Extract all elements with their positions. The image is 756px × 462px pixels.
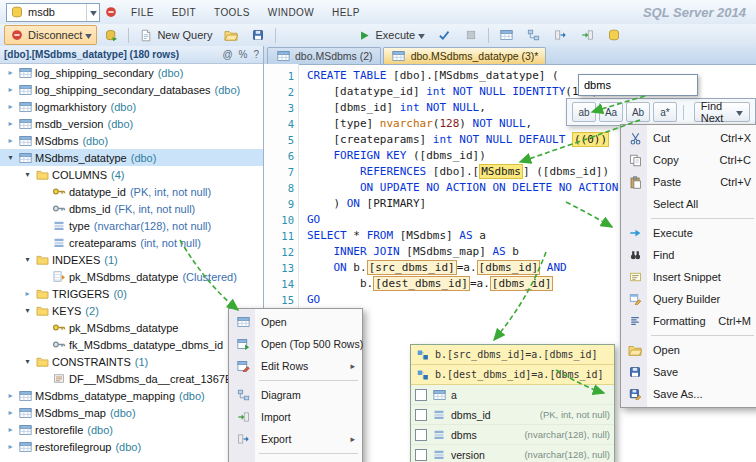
search-input[interactable] [579, 75, 697, 95]
open-file-button[interactable] [218, 25, 244, 45]
expand-icon[interactable]: ▸ [21, 289, 34, 298]
tree-item-constraints[interactable]: ▾CONSTRAINTS(1) [0, 353, 263, 370]
find-option-aa-button[interactable]: Aa [599, 102, 623, 122]
expand-icon[interactable]: ▸ [4, 425, 17, 434]
editor-menu-item-execute[interactable]: Execute [622, 222, 756, 244]
tree-item-keys[interactable]: ▾KEYS(2) [0, 302, 263, 319]
collapse-icon[interactable]: ▾ [21, 255, 34, 264]
editor-menu-item-cut[interactable]: CutCtrl+X [622, 127, 756, 149]
expand-icon[interactable]: ▸ [4, 85, 17, 94]
tree-item-type[interactable]: type(nvarchar(128), not null) [0, 217, 263, 234]
completion-item-a[interactable]: a [411, 385, 614, 405]
tree-item-df-msdbms-da-creat-1367e606[interactable]: DF__MSdbms_da__creat_1367E606 [0, 370, 263, 387]
completion-item-dbms-id[interactable]: dbms_id(PK, int, not null) [411, 405, 614, 425]
code-line[interactable]: CREATE TABLE [dbo].[MSdbms_datatype] ( [307, 68, 618, 84]
editor-menu-item-open[interactable]: Open [622, 339, 756, 361]
save-file-button[interactable] [245, 25, 271, 45]
code-line[interactable]: SELECT * FROM [MSdbms] AS a [307, 228, 618, 244]
code-line[interactable]: GO [307, 292, 618, 308]
menu-edit[interactable]: EDIT [163, 5, 205, 20]
find-next-caret-icon[interactable] [736, 106, 743, 118]
connection-state-button[interactable] [102, 3, 120, 21]
code-line[interactable]: GO [307, 212, 618, 228]
dropdown-caret-icon[interactable] [86, 4, 97, 21]
completion-expression[interactable]: b.[src_dbms_id]=a.[dbms_id] [411, 345, 614, 365]
expand-icon[interactable]: ▸ [4, 68, 17, 77]
code-line[interactable]: ON b.[src_dbms_id]=a.[dbms_id] AND [307, 260, 618, 276]
editor-menu-item-save-as[interactable]: Save As... [622, 383, 756, 405]
code-line[interactable]: b.[dest_dbms_id]=a.[dbms_id] [307, 276, 618, 292]
execute-caret-icon[interactable] [418, 29, 425, 41]
import-button[interactable] [574, 25, 600, 45]
completion-expression[interactable]: b.[dest_dbms_id]=a.[dbms_id] [411, 365, 614, 385]
table-menu-item-export[interactable]: Export▸ [230, 428, 361, 450]
collapse-icon[interactable]: ▾ [21, 170, 34, 179]
tab-dbo-msdbms-datatype-3[interactable]: dbo.MSdbms_datatype (3)* [383, 47, 547, 64]
tree-item-msdbms-datatype-mapping[interactable]: ▸MSdbms_datatype_mapping(dbo) [0, 387, 263, 404]
completion-checkbox[interactable] [415, 409, 427, 421]
editor-menu-item-insert-snippet[interactable]: Insert Snippet [622, 266, 756, 288]
tree-item-logmarkhistory[interactable]: ▸logmarkhistory(dbo) [0, 98, 263, 115]
tree-item-msdbms-datatype[interactable]: ▾MSdbms_datatype(dbo) [0, 149, 263, 166]
tree-item-indexes[interactable]: ▾INDEXES(1) [0, 251, 263, 268]
tree-item-triggers[interactable]: ▸TRIGGERS(0) [0, 285, 263, 302]
tree-item-pk-msdbms-datatype[interactable]: pk_MSdbms_datatype [0, 319, 263, 336]
find-option-ab-button[interactable]: ab [572, 102, 596, 122]
table-menu-item-diagram[interactable]: Diagram [230, 384, 361, 406]
expand-icon[interactable]: ▸ [4, 408, 17, 417]
tree-item-fk-msdbms-datatype-dbms-id[interactable]: fk_MSdbms_datatype_dbms_id [0, 336, 263, 353]
code-line[interactable]: FOREIGN KEY ([dbms_id]) [307, 148, 618, 164]
tree-item-createparams[interactable]: createparams(int, not null) [0, 234, 263, 251]
completion-checkbox[interactable] [415, 449, 427, 461]
database-selector[interactable]: msdb [6, 3, 100, 22]
explorer-tool-0-button[interactable]: @ [222, 49, 232, 60]
tree-item-datatype-id[interactable]: datatype_id(PK, int, not null) [0, 183, 263, 200]
menu-help[interactable]: HELP [323, 5, 369, 20]
find-option-a-button[interactable]: a* [653, 102, 677, 122]
refresh-database-button[interactable] [98, 25, 124, 45]
code-line[interactable]: [createparams] int NOT NULL DEFAULT ((0)… [307, 132, 618, 148]
editor-menu-item-save[interactable]: Save [622, 361, 756, 383]
menu-window[interactable]: WINDOW [259, 5, 323, 20]
expand-icon[interactable]: ▸ [4, 102, 17, 111]
tree-item-columns[interactable]: ▾COLUMNS(4) [0, 166, 263, 183]
tree-item-restorefilegroup[interactable]: ▸restorefilegroup(dbo) [0, 438, 263, 455]
collapse-icon[interactable]: ▾ [21, 306, 34, 315]
new-query-button[interactable]: New Query [133, 25, 217, 45]
table-menu-item-import[interactable]: Import [230, 406, 361, 428]
code-line[interactable]: ON UPDATE NO ACTION ON DELETE NO ACTION [307, 180, 618, 196]
parse-button[interactable] [431, 25, 457, 45]
code-line[interactable]: REFERENCES [dbo].[MSdbms] ([dbms_id]) [307, 164, 618, 180]
completion-item-version[interactable]: version(nvarchar(128), null) [411, 445, 614, 462]
tree-item-log-shipping-secondary[interactable]: ▸log_shipping_secondary(dbo) [0, 64, 263, 81]
tab-dbo-msdbms-2[interactable]: dbo.MSdbms (2) [267, 47, 381, 64]
execute-button[interactable]: Execute [351, 25, 430, 45]
database-tools-button[interactable] [601, 25, 627, 45]
completion-checkbox[interactable] [415, 429, 427, 441]
tree-item-dbms-id[interactable]: dbms_id(FK, int, not null) [0, 200, 263, 217]
completion-checkbox[interactable] [415, 389, 427, 401]
export-button[interactable] [547, 25, 573, 45]
disconnect-button[interactable]: Disconnect [4, 25, 97, 45]
tree-item-pk-msdbms-datatype[interactable]: pk_MSdbms_datatype(Clustered) [0, 268, 263, 285]
find-next-button[interactable]: Find Next [694, 102, 750, 122]
explorer-tool-1-button[interactable]: % [239, 49, 248, 60]
expand-icon[interactable]: ▸ [4, 442, 17, 451]
editor-menu-item-find[interactable]: Find [622, 244, 756, 266]
editor-menu-item-paste[interactable]: PasteCtrl+V [622, 171, 756, 193]
completion-item-dbms[interactable]: dbms(nvarchar(128), null) [411, 425, 614, 445]
table-menu-item-open[interactable]: Open [230, 311, 361, 333]
tree-item-msdb-version[interactable]: ▸msdb_version(dbo) [0, 115, 263, 132]
table-menu-item-open-top-500-rows[interactable]: Open (Top 500 Rows) [230, 333, 361, 355]
tree-item-msdbms-map[interactable]: ▸MSdbms_map(dbo) [0, 404, 263, 421]
diagram-button[interactable] [520, 25, 546, 45]
find-box[interactable] [578, 74, 698, 96]
editor-menu-item-query-builder[interactable]: Query Builder [622, 288, 756, 310]
menu-file[interactable]: FILE [122, 5, 163, 20]
code-line[interactable]: INNER JOIN [MSdbms_map] AS b [307, 244, 618, 260]
tree-item-log-shipping-secondary-databases[interactable]: ▸log_shipping_secondary_databases(dbo) [0, 81, 263, 98]
expand-icon[interactable]: ▸ [4, 119, 17, 128]
code-line[interactable]: ) ON [PRIMARY] [307, 196, 618, 212]
collapse-icon[interactable]: ▾ [21, 357, 34, 366]
table-menu-item-edit-rows[interactable]: Edit Rows▸ [230, 355, 361, 377]
